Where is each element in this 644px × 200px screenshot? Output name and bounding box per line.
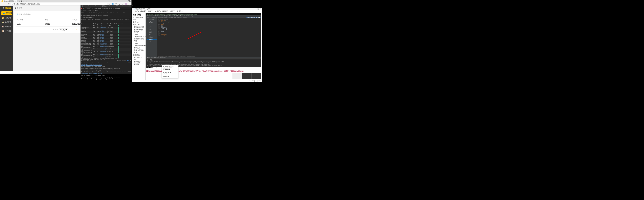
inspect-icon[interactable]: ▣: [81, 5, 84, 7]
outline-item[interactable]: 编写分页查询方法: [132, 38, 145, 42]
back-button[interactable]: ←: [1, 3, 3, 5]
maximize-button[interactable]: ☐: [258, 8, 259, 10]
network-row[interactable]: element-icons.woff200fontcommon.css0 B0 …: [80, 42, 132, 44]
outline-item[interactable]: 分页条设置 - vue: [132, 56, 145, 61]
device-icon[interactable]: ▭: [84, 5, 87, 7]
close-icon[interactable]: ✕: [132, 5, 134, 7]
filter-wasm[interactable]: Wasm: [113, 12, 116, 14]
close-icon[interactable]: ×: [23, 0, 24, 2]
tab-2[interactable]: 设置×: [18, 0, 25, 2]
filter-font[interactable]: Font: [104, 12, 106, 14]
search-input[interactable]: 🔍 请输入员工姓名: [16, 13, 36, 16]
filter-media[interactable]: Media: [99, 12, 103, 14]
menu-item[interactable]: 复制到 瑞吉外卖.assets: [162, 65, 178, 71]
maximize-button[interactable]: ☐: [128, 0, 130, 2]
tab-1[interactable]: 🟡瑞吉外卖管理端×: [0, 0, 18, 2]
menu-item[interactable]: 格式(O): [154, 10, 161, 12]
filter-css[interactable]: CSS: [93, 12, 96, 14]
sidebar-item[interactable]: 📁分类管理: [0, 16, 13, 20]
network-row[interactable]: page?page=2&pageSize=1200xhraxios.min.js…: [80, 54, 132, 56]
filter-doc[interactable]: Doc: [107, 12, 109, 14]
levels-select[interactable]: Default levels ▾: [117, 60, 126, 62]
network-row[interactable]: page?page=1&pageSize=2200xhraxios.min.js…: [80, 48, 132, 51]
forward-button[interactable]: →: [4, 3, 7, 5]
filter-input[interactable]: Filter: [85, 7, 91, 9]
filter-js[interactable]: JS: [90, 12, 92, 14]
reload-button[interactable]: ⟳: [8, 3, 10, 5]
hide-urls-check[interactable]: ☐ Hide data URLs: [87, 10, 98, 11]
page-1[interactable]: 1: [72, 28, 74, 31]
filter-ws[interactable]: WS: [110, 12, 112, 14]
menu-item[interactable]: 帮助(H): [176, 10, 183, 12]
outline-tab-files[interactable]: 文件: [132, 13, 136, 16]
network-row[interactable]: index.css200styles...list.html20.0 kB1 m…: [80, 31, 132, 33]
page-2[interactable]: 2: [75, 28, 77, 31]
throttling-select[interactable]: No throttling: [113, 8, 120, 9]
network-row[interactable]: page?page=2&pageSize=1200xhraxios.min.js…: [80, 51, 132, 54]
invert-check[interactable]: ☐ Invert: [81, 10, 86, 11]
settings-icon[interactable]: ⚙: [129, 5, 131, 7]
blocked-req-check[interactable]: ☐ Blocked Requests: [96, 14, 108, 16]
dt-tab-more[interactable]: ≫: [122, 5, 124, 7]
clear-button[interactable]: ⊘: [83, 8, 84, 9]
dt-tab[interactable]: CSS Overview: [101, 4, 108, 7]
outline-item[interactable]: 完善分页查询方法: [132, 49, 145, 54]
third-party-check[interactable]: ☐ 3rd-party requests: [81, 17, 94, 18]
filter-manifest[interactable]: Manifest: [117, 12, 122, 14]
sidebar-item[interactable]: 🍱套餐管理: [0, 24, 13, 29]
minimize-button[interactable]: —: [255, 8, 257, 10]
thumbnail[interactable]: [252, 73, 261, 79]
outline-item[interactable]: 测试成功: [132, 61, 145, 63]
dt-tab-network[interactable]: Network: [115, 5, 121, 7]
filter-img[interactable]: Img: [96, 12, 98, 14]
settings-icon[interactable]: ⚙: [130, 60, 131, 62]
next-page[interactable]: ›: [78, 28, 80, 31]
menu-item[interactable]: 缩放图片: [162, 75, 178, 78]
network-row[interactable]: common.css200styles...index.html7.3 kB11…: [80, 25, 132, 27]
network-row[interactable]: iconfont.woff2?t=16212131...200fonticonf…: [80, 27, 132, 29]
network-row[interactable]: axios.min.js200scriptlist.html0 B1 ms: [80, 38, 132, 39]
issues-badge[interactable]: 12: [127, 60, 129, 62]
editor-area[interactable]: Closing non transactional SqlSession [or…: [146, 13, 262, 80]
menu-item[interactable]: 视图(V): [162, 10, 168, 12]
outline-item[interactable]: 功能测试: [132, 54, 145, 56]
network-row[interactable]: index.js200scriptlist.html0 B1 ms: [80, 36, 132, 38]
page-size-select[interactable]: 1条/页: [59, 28, 68, 31]
outline-item[interactable]: 配置MP的分页插件: [132, 29, 145, 33]
minimize-button[interactable]: —: [126, 0, 128, 2]
network-row[interactable]: vue.js200scriptlist.html0 B0 ms: [80, 35, 132, 36]
filter-all[interactable]: All: [81, 12, 83, 14]
search-tab[interactable]: Search: [87, 60, 91, 62]
console-tab[interactable]: Console: [81, 60, 86, 62]
close-button[interactable]: ✕: [130, 0, 132, 2]
outline-item[interactable]: 编写EmployeeController: [132, 42, 145, 47]
sidebar-item[interactable]: 📋订单明细: [0, 29, 13, 33]
network-row[interactable]: list.html304xhrvue.js:9704237 B15 ms: [80, 29, 132, 31]
outline-item[interactable]: 代码开发: [132, 24, 145, 26]
filter-fetch/xhr[interactable]: Fetch/XHR: [83, 12, 90, 14]
close-icon[interactable]: ×: [15, 0, 16, 2]
menu-item[interactable]: 编辑(E): [140, 10, 146, 12]
outline-item[interactable]: 编写MybatisPlusConfig: [132, 33, 145, 38]
new-tab-button[interactable]: +: [25, 0, 28, 2]
thumbnail[interactable]: [232, 73, 242, 79]
menu-item[interactable]: 段落(P): [147, 10, 154, 12]
dt-tab-add[interactable]: +: [124, 5, 127, 7]
outline-item[interactable]: 需求分析: [132, 21, 145, 24]
close-button[interactable]: ✕: [260, 8, 261, 10]
filter-other[interactable]: Other: [123, 12, 126, 14]
network-row[interactable]: element-icons.woff200fontcommon.css0 B0 …: [80, 44, 132, 45]
record-button[interactable]: ●: [81, 8, 82, 9]
preserve-log-check[interactable]: ☐ Preserve log: [92, 8, 101, 9]
network-row[interactable]: common.css200styles...list.html0 B0 ms: [80, 33, 132, 35]
sidebar-item[interactable]: 👥员工管理: [1, 11, 12, 15]
network-row[interactable]: request.js200scriptlist.html0 B0 ms: [80, 39, 132, 41]
blocked-cookies-check[interactable]: ☐ Has blocked cookies: [81, 14, 95, 16]
info-icon[interactable]: ⓘ: [12, 3, 14, 5]
outline-item[interactable]: 测试前端数据: [132, 26, 145, 29]
disable-cache-check[interactable]: ☐ Disable cache: [102, 8, 112, 9]
network-row[interactable]: member.js200scriptlist.html0 B0 ms: [80, 41, 132, 42]
sidebar-item[interactable]: 🍜菜品管理: [0, 20, 13, 24]
outline-item[interactable]: 测试正常: [132, 47, 145, 49]
outline-item[interactable]: 测试运行: [132, 63, 145, 66]
